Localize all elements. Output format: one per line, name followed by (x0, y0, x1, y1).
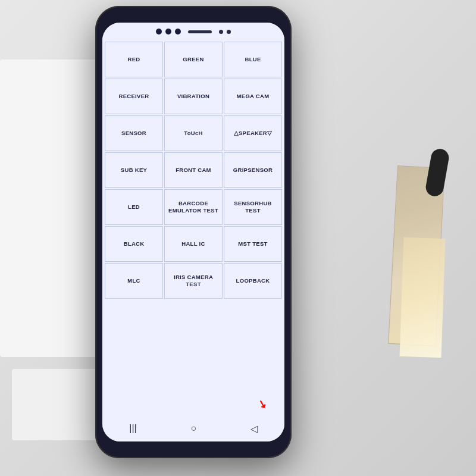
grid-cell-speaker[interactable]: △SPEAKER▽ (224, 115, 282, 151)
grid-cell-blue[interactable]: BLUE (224, 42, 282, 77)
grid-cell-red[interactable]: RED (105, 42, 163, 77)
camera-area (156, 29, 231, 35)
phone-body: RED GREEN BLUE RECEIVER VIBRATION (95, 6, 292, 458)
grid-scroll-area[interactable]: RED GREEN BLUE RECEIVER VIBRATION (102, 39, 284, 415)
grid-cell-hall-ic[interactable]: HALL IC (164, 226, 223, 262)
grid-cell-vibration[interactable]: VIBRATION (164, 79, 223, 114)
grid-cell-loopback[interactable]: LOOPBACK (224, 263, 282, 299)
sensor-dot-1 (219, 30, 223, 34)
grid-cell-barcode[interactable]: BARCODE EMULATOR TEST (164, 189, 223, 225)
black-strap (424, 148, 450, 198)
camera-dot-3 (175, 29, 181, 35)
test-grid: RED GREEN BLUE RECEIVER VIBRATION (102, 39, 284, 301)
grid-cell-green[interactable]: GREEN (164, 42, 223, 77)
grid-cell-black[interactable]: BLACK (105, 226, 163, 262)
camera-dot-1 (156, 29, 162, 35)
back-button[interactable]: ◁ (250, 423, 258, 434)
grid-cell-receiver[interactable]: RECEIVER (105, 79, 163, 114)
scene: RED GREEN BLUE RECEIVER VIBRATION (0, 0, 476, 476)
grid-cell-sensor[interactable]: SENSOR (105, 115, 163, 151)
status-bar (102, 23, 284, 40)
grid-cell-gripsensor[interactable]: GRIPSENSOR (224, 152, 282, 188)
sensor-dot-2 (227, 30, 231, 34)
tape-right2 (400, 237, 446, 358)
grid-cell-touch[interactable]: ToUcH (164, 115, 223, 151)
grid-cell-led[interactable]: LED (105, 189, 163, 225)
navigation-bar: ||| ○ ◁ (102, 415, 284, 441)
speaker-bar (188, 30, 212, 33)
recents-button[interactable]: ||| (129, 423, 136, 434)
grid-cell-iris-camera[interactable]: IRIS CAMERA TEST (164, 263, 223, 299)
grid-cell-front-cam[interactable]: FRONT CAM (164, 152, 223, 188)
grid-cell-sub-key[interactable]: SUB KEY (105, 152, 163, 188)
grid-cell-sensorhub[interactable]: SENSORHUB TEST (224, 189, 282, 225)
home-button[interactable]: ○ (190, 423, 196, 434)
grid-cell-mega-cam[interactable]: MEGA CAM (224, 79, 282, 114)
grid-cell-mst-test[interactable]: MST TEST (224, 226, 282, 262)
camera-dot-2 (165, 29, 171, 35)
grid-cell-mlc[interactable]: MLC (105, 263, 163, 299)
phone-screen: RED GREEN BLUE RECEIVER VIBRATION (102, 23, 284, 441)
